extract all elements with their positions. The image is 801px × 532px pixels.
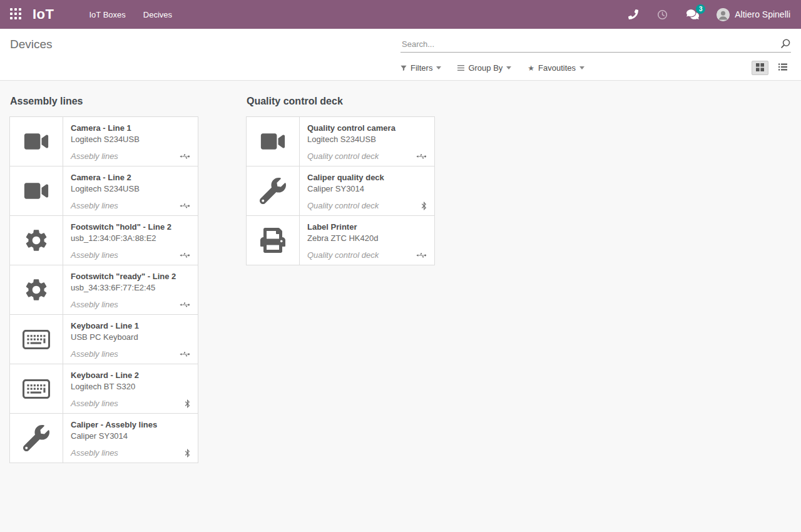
video-camera-icon bbox=[10, 117, 63, 166]
device-title: Label Printer bbox=[307, 222, 427, 232]
device-group-label: Assebly lines bbox=[71, 349, 118, 359]
control-panel: Devices Filters bbox=[0, 29, 801, 81]
kanban-groups: Assembly lines Camera - Line 1 Logitech … bbox=[0, 81, 801, 463]
device-card[interactable]: Camera - Line 2 Logitech S234USB Assebly… bbox=[9, 166, 198, 216]
gear-icon bbox=[10, 265, 63, 314]
group-title: Quality control deck bbox=[247, 96, 435, 107]
card-stack: Camera - Line 1 Logitech S234USB Assebly… bbox=[9, 116, 198, 463]
filters-button[interactable]: Filters bbox=[400, 63, 441, 73]
kanban-view-icon bbox=[756, 63, 764, 73]
voip-phone-button[interactable] bbox=[628, 9, 638, 19]
favourites-button[interactable]: ★ Favoutites bbox=[528, 63, 584, 73]
device-group-label: Assebly lines bbox=[71, 250, 118, 260]
kanban-group: Quality control deck Quality control cam… bbox=[246, 96, 435, 265]
search-submit-button[interactable] bbox=[780, 38, 791, 51]
bluetooth-icon bbox=[185, 449, 190, 458]
device-card[interactable]: Footswitch "hold" - Line 2 usb_12:34:0F:… bbox=[9, 215, 198, 265]
device-identifier: USB PC Keyboard bbox=[71, 332, 190, 342]
device-title: Keyboard - Line 2 bbox=[71, 371, 190, 380]
list-view-button[interactable] bbox=[774, 61, 791, 75]
group-by-button[interactable]: Group By bbox=[457, 63, 511, 73]
bluetooth-icon bbox=[421, 202, 427, 210]
device-group-label: Assebly lines bbox=[71, 300, 118, 309]
navbar-systray: 3 Altiero Spinelli bbox=[610, 8, 790, 21]
filters-label: Filters bbox=[411, 63, 432, 73]
device-group-label: Assebly lines bbox=[71, 201, 118, 210]
star-icon: ★ bbox=[528, 64, 534, 72]
user-name: Altiero Spinelli bbox=[735, 9, 790, 19]
group-by-label: Group By bbox=[468, 63, 503, 73]
device-group-label: Quality control deck bbox=[307, 151, 379, 161]
page-title: Devices bbox=[10, 38, 400, 51]
activities-button[interactable] bbox=[657, 9, 668, 20]
keyboard-icon bbox=[10, 364, 63, 413]
bluetooth-icon bbox=[185, 399, 190, 408]
device-title: Quality control camera bbox=[307, 123, 427, 133]
filter-icon bbox=[400, 65, 407, 71]
device-card[interactable]: Quality control camera Logitech S234USB … bbox=[246, 116, 435, 166]
chevron-down-icon bbox=[506, 66, 511, 69]
search-icon bbox=[780, 41, 791, 51]
clock-icon bbox=[657, 9, 668, 20]
wrench-icon bbox=[10, 414, 63, 463]
keyboard-icon bbox=[10, 315, 63, 364]
device-identifier: Zebra ZTC HK420d bbox=[307, 233, 427, 243]
messages-badge: 3 bbox=[696, 4, 705, 14]
device-group-label: Assebly lines bbox=[71, 399, 118, 408]
device-group-label: Assebly lines bbox=[71, 151, 118, 161]
usb-icon bbox=[180, 302, 190, 308]
device-identifier: Caliper SY3014 bbox=[71, 431, 190, 441]
phone-icon bbox=[628, 9, 638, 19]
kanban-group: Assembly lines Camera - Line 1 Logitech … bbox=[9, 96, 198, 463]
device-identifier: Caliper SY3014 bbox=[307, 184, 427, 193]
gear-icon bbox=[10, 216, 63, 265]
apps-menu-button[interactable] bbox=[10, 8, 21, 21]
device-title: Camera - Line 2 bbox=[71, 173, 190, 182]
search-input[interactable] bbox=[400, 36, 791, 52]
group-title: Assembly lines bbox=[10, 96, 198, 107]
search-bar bbox=[400, 36, 791, 53]
device-card[interactable]: Keyboard - Line 1 USB PC Keyboard Assebl… bbox=[9, 314, 198, 364]
device-identifier: usb_34:33:6F:77:E2:45 bbox=[71, 283, 190, 292]
kanban-view-button[interactable] bbox=[752, 61, 768, 75]
device-card[interactable]: Camera - Line 1 Logitech S234USB Assebly… bbox=[9, 116, 198, 166]
app-brand[interactable]: IoT bbox=[33, 6, 54, 23]
video-camera-icon bbox=[247, 117, 300, 166]
device-card[interactable]: Caliper quality deck Caliper SY3014 Qual… bbox=[246, 166, 435, 216]
favourites-label: Favoutites bbox=[538, 63, 576, 73]
device-title: Footswitch "ready" - Line 2 bbox=[71, 272, 190, 281]
device-title: Caliper quality deck bbox=[307, 173, 427, 182]
bars-icon bbox=[457, 65, 464, 71]
top-navbar: IoT IoT Boxes Decives 3 bbox=[0, 0, 801, 29]
nav-item-devices[interactable]: Decives bbox=[137, 6, 178, 23]
user-menu[interactable]: Altiero Spinelli bbox=[717, 8, 790, 21]
usb-icon bbox=[180, 351, 190, 357]
device-group-label: Assebly lines bbox=[71, 448, 118, 458]
device-identifier: Logitech S234USB bbox=[71, 135, 190, 144]
device-card[interactable]: Label Printer Zebra ZTC HK420d Quality c… bbox=[246, 215, 435, 265]
device-card[interactable]: Footswitch "ready" - Line 2 usb_34:33:6F… bbox=[9, 265, 198, 315]
wrench-icon bbox=[247, 166, 300, 215]
usb-icon bbox=[180, 153, 190, 160]
device-title: Caliper - Assebly lines bbox=[71, 420, 190, 429]
device-identifier: Logitech S234USB bbox=[307, 135, 427, 144]
device-identifier: Logitech S234USB bbox=[71, 184, 190, 193]
messages-button[interactable]: 3 bbox=[686, 9, 699, 20]
usb-icon bbox=[180, 203, 190, 209]
usb-icon bbox=[180, 252, 190, 258]
device-identifier: usb_12:34:0F:3A:88:E2 bbox=[71, 233, 190, 243]
device-title: Footswitch "hold" - Line 2 bbox=[71, 222, 190, 232]
list-view-icon bbox=[778, 63, 787, 73]
nav-item-iot-boxes[interactable]: IoT Boxes bbox=[83, 6, 132, 23]
device-title: Camera - Line 1 bbox=[71, 123, 190, 133]
usb-icon bbox=[416, 252, 427, 258]
usb-icon bbox=[416, 153, 427, 160]
chevron-down-icon bbox=[579, 66, 584, 69]
device-card[interactable]: Keyboard - Line 2 Logitech BT S320 Asseb… bbox=[9, 364, 198, 414]
search-options: Filters Group By ★ Favoutites bbox=[400, 63, 584, 73]
printer-icon bbox=[247, 216, 300, 265]
device-card[interactable]: Caliper - Assebly lines Caliper SY3014 A… bbox=[9, 413, 198, 463]
device-group-label: Quality control deck bbox=[307, 201, 379, 210]
nav-menu: IoT Boxes Decives bbox=[83, 6, 179, 23]
apps-grid-icon bbox=[10, 8, 21, 21]
